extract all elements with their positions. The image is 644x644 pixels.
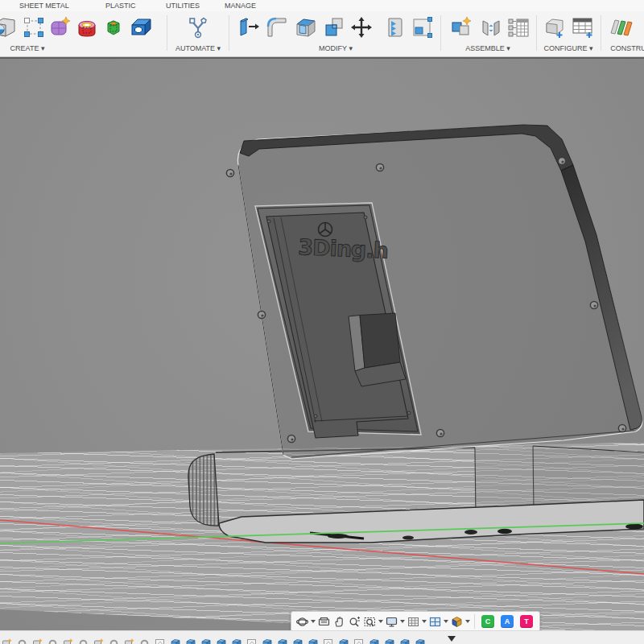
hole-icon[interactable]: [128, 14, 154, 40]
toolbar-group-label[interactable]: AUTOMATE ▾: [175, 44, 221, 52]
view-cube-icon[interactable]: [449, 613, 464, 630]
model-canvas[interactable]: 3Ding.h: [0, 59, 644, 630]
overlay-button-t[interactable]: T: [520, 615, 533, 628]
viewports-dropdown-caret[interactable]: [443, 613, 449, 630]
look-at-icon[interactable]: [316, 613, 332, 630]
fit-dropdown-caret[interactable]: [378, 613, 384, 630]
toolbar-group-label[interactable]: MODIFY ▾: [319, 44, 353, 52]
configuration-icon[interactable]: [541, 14, 567, 40]
base-wall-shade: [475, 446, 534, 514]
plate-hole: [625, 523, 643, 529]
timeline-feature-icon[interactable]: [415, 637, 425, 644]
logo-text: 3Ding.h: [298, 234, 389, 263]
offset-face-icon[interactable]: [409, 14, 435, 40]
timeline-feature-icon[interactable]: [185, 637, 196, 644]
timeline-feature-icon[interactable]: [369, 637, 379, 644]
config-table-icon[interactable]: [570, 14, 596, 40]
toolbar-tab-bar: SHEET METALPLASTICUTILITIESMANAGE: [0, 0, 644, 11]
move-copy-icon[interactable]: [349, 14, 374, 40]
create-form-icon[interactable]: [47, 14, 73, 40]
timeline-feature-icon[interactable]: [292, 637, 303, 644]
toolbar-group-configure: CONFIGURE ▾: [537, 11, 601, 56]
timeline-features: [2, 637, 430, 644]
orbit-icon[interactable]: [295, 613, 310, 630]
timeline-feature-icon[interactable]: [170, 637, 180, 644]
timeline-sketch-icon[interactable]: [155, 637, 165, 644]
toolbar-group-automate: AUTOMATE ▾: [167, 11, 229, 56]
timeline-feature-icon[interactable]: [308, 637, 318, 644]
thread-icon[interactable]: [101, 14, 126, 40]
slot-opening: [360, 313, 400, 368]
display-settings-dropdown-caret[interactable]: [399, 613, 406, 630]
construct-plane-icon[interactable]: [608, 14, 634, 40]
grid-and-snaps-icon[interactable]: [406, 613, 421, 630]
timeline-feature-icon[interactable]: [216, 637, 226, 644]
fit-icon[interactable]: [362, 613, 378, 630]
navbar-divider: [474, 614, 475, 629]
zoom-icon[interactable]: [347, 613, 362, 630]
timeline-joint-icon[interactable]: [139, 637, 150, 644]
timeline-component-icon[interactable]: [2, 637, 12, 644]
toolbar-group-label[interactable]: CONSTRUCT ▾: [610, 44, 644, 52]
view-navigation-bar: CAT: [291, 611, 540, 630]
fusion360-window: { "tabs": { "items": [ {"label": "SHEET …: [0, 0, 644, 644]
timeline-sketch-icon[interactable]: [246, 637, 257, 644]
pan-icon[interactable]: [332, 613, 347, 630]
coil-icon[interactable]: [74, 14, 100, 40]
timeline-sketch-icon[interactable]: [323, 637, 333, 644]
timeline-feature-icon[interactable]: [399, 637, 410, 644]
shell-icon[interactable]: [293, 14, 319, 40]
timeline-component-icon[interactable]: [32, 637, 43, 644]
timeline-feature-icon[interactable]: [277, 637, 287, 644]
base-corner-wall: [188, 454, 219, 526]
toolbar-group-label[interactable]: CONFIGURE ▾: [543, 44, 592, 52]
timeline-component-icon[interactable]: [124, 637, 134, 644]
bom-icon[interactable]: [506, 14, 531, 40]
toolbar-group-label[interactable]: ASSEMBLE ▾: [465, 44, 510, 52]
view-cube-dropdown-caret[interactable]: [464, 613, 471, 630]
timeline-feature-icon[interactable]: [338, 637, 349, 644]
press-pull-icon[interactable]: [236, 14, 262, 40]
toolbar-group-modify: MODIFY ▾: [229, 11, 441, 56]
new-component-icon[interactable]: [448, 14, 474, 40]
timeline-feature-icon[interactable]: [262, 637, 272, 644]
joint-icon[interactable]: [478, 14, 504, 40]
grid-and-snaps-dropdown-caret[interactable]: [421, 613, 427, 630]
plate-hole: [464, 530, 477, 535]
3d-viewport[interactable]: 3Ding.h CAT: [0, 57, 644, 630]
overlay-button-c[interactable]: C: [481, 615, 494, 628]
create-sketch-icon[interactable]: [21, 14, 47, 40]
timeline-sketch-icon[interactable]: [353, 637, 364, 644]
timeline-feature-icon[interactable]: [231, 637, 242, 644]
timeline-feature-icon[interactable]: [200, 637, 211, 644]
timeline-feature-icon[interactable]: [384, 637, 394, 644]
timeline-joint-icon[interactable]: [109, 637, 119, 644]
timeline-component-icon[interactable]: [93, 637, 104, 644]
fillet-icon[interactable]: [264, 14, 290, 40]
tab-plastic[interactable]: PLASTIC: [105, 2, 136, 10]
toolbar-group-create: CREATE ▾: [0, 11, 167, 56]
timeline-joint-icon[interactable]: [78, 637, 89, 644]
timeline-bar: [0, 630, 644, 644]
timeline-joint-icon[interactable]: [47, 637, 58, 644]
timeline-component-icon[interactable]: [63, 637, 73, 644]
overlay-button-a[interactable]: A: [501, 615, 514, 628]
main-toolbar: CREATE ▾AUTOMATE ▾MODIFY ▾ASSEMBLE ▾CONF…: [0, 11, 644, 57]
tab-sheet-metal[interactable]: SHEET METAL: [19, 2, 69, 10]
plate-hole: [402, 535, 414, 539]
base-plate: [219, 500, 644, 543]
split-body-icon[interactable]: [382, 14, 407, 40]
orbit-dropdown-caret[interactable]: [310, 613, 316, 630]
tab-manage[interactable]: MANAGE: [225, 2, 256, 10]
combine-icon[interactable]: [321, 14, 347, 40]
box-primitive-icon[interactable]: [0, 14, 18, 40]
viewports-icon[interactable]: [427, 613, 443, 630]
timeline-playhead[interactable]: [448, 636, 456, 642]
toolbar-group-construct: CONSTRUCT ▾: [601, 11, 644, 56]
display-settings-icon[interactable]: [384, 613, 399, 630]
timeline-joint-icon[interactable]: [17, 637, 27, 644]
tab-utilities[interactable]: UTILITIES: [166, 2, 200, 10]
toolbar-group-label[interactable]: CREATE ▾: [10, 44, 45, 52]
toolbar-group-assemble: ASSEMBLE ▾: [441, 11, 537, 56]
automate-script-icon[interactable]: [185, 14, 211, 40]
